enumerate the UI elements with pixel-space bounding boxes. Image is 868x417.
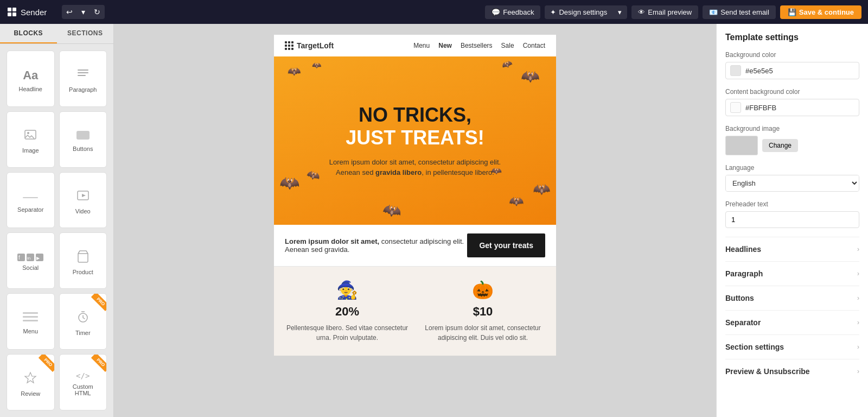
block-paragraph[interactable]: Paragraph <box>59 50 107 107</box>
section-preview-unsubscribe[interactable]: Preview & Unsubscribe › <box>725 359 859 383</box>
svg-rect-4 <box>78 70 88 71</box>
svg-rect-2 <box>8 12 11 16</box>
design-settings-button[interactable]: ✦ Design settings <box>545 5 612 19</box>
email-nav: TargetLoft Menu New Bestsellers Sale Con… <box>274 35 556 56</box>
block-video[interactable]: Video <box>59 172 107 229</box>
app-logo: Sender <box>7 7 47 17</box>
menu-icon <box>23 312 38 325</box>
block-buttons[interactable]: Buttons <box>59 111 107 168</box>
design-settings-group: ✦ Design settings ▾ <box>545 5 627 19</box>
social-icon: f in ▶ <box>17 254 43 261</box>
tab-sections[interactable]: SECTIONS <box>57 24 114 43</box>
section-separator[interactable]: Separator › <box>725 310 859 334</box>
bat-6: 🦇 <box>305 167 321 183</box>
hero-line2: JUST TREATS! <box>346 127 484 149</box>
send-test-button[interactable]: 📧 Send test email <box>703 5 776 19</box>
cta-text: Lorem ipsum dolor sit amet, consectetur … <box>285 237 467 254</box>
preheader-input[interactable] <box>725 211 859 228</box>
block-timer[interactable]: PRO Timer <box>59 293 107 350</box>
block-social-label: Social <box>22 264 39 271</box>
block-paragraph-label: Paragraph <box>69 86 97 93</box>
content-bg-color-label: Content background color <box>725 88 859 96</box>
svg-rect-9 <box>76 131 90 140</box>
product-1: 🧙 20% Pellentesque libero. Sed vitae con… <box>285 280 410 343</box>
block-review[interactable]: PRO Review <box>7 354 55 410</box>
email-frame: TargetLoft Menu New Bestsellers Sale Con… <box>274 35 556 406</box>
block-review-label: Review <box>21 390 40 397</box>
block-product-label: Product <box>73 269 93 275</box>
content-bg-color-swatch <box>730 102 741 113</box>
cta-button[interactable]: Get your treats <box>467 233 545 257</box>
save-icon: 💾 <box>788 8 796 16</box>
svg-text:in: in <box>27 256 30 261</box>
content-bg-color-input-row[interactable]: #FBFBFB <box>725 99 859 116</box>
bat-10: 🦇 <box>381 200 403 221</box>
bg-color-input-row[interactable]: #e5e5e5 <box>725 62 859 79</box>
section-buttons[interactable]: Buttons › <box>725 286 859 310</box>
section-buttons-label: Buttons <box>725 294 754 302</box>
eye-icon: 👁 <box>638 8 645 16</box>
section-headlines[interactable]: Headlines › <box>725 237 859 261</box>
block-custom-html-label: Custom HTML <box>64 383 103 396</box>
section-paragraph[interactable]: Paragraph › <box>725 261 859 286</box>
block-headline[interactable]: Aa Headline <box>7 50 55 107</box>
email-hero: 🦇 🦇 🦇 🦇 🦇 🦇 🦇 🦇 🦇 🦇 NO TRICKS, JUST TREA… <box>274 56 556 225</box>
block-image[interactable]: Image <box>7 111 55 168</box>
block-menu[interactable]: Menu <box>7 293 55 350</box>
svg-point-8 <box>27 132 29 134</box>
svg-rect-1 <box>12 8 16 11</box>
block-social[interactable]: f in ▶ Social <box>7 232 55 289</box>
block-custom-html[interactable]: PRO </> Custom HTML <box>59 354 107 410</box>
svg-rect-22 <box>23 320 38 321</box>
svg-rect-20 <box>23 312 38 314</box>
video-icon <box>76 189 90 205</box>
undo-button[interactable]: ↩ <box>62 5 77 19</box>
section-preview-unsubscribe-label: Preview & Unsubscribe <box>725 367 810 376</box>
section-headlines-arrow: › <box>857 245 859 253</box>
hero-line1: NO TRICKS, <box>346 104 484 127</box>
save-continue-button[interactable]: 💾 Save & continue <box>780 5 861 19</box>
buttons-icon <box>76 130 90 142</box>
block-menu-label: Menu <box>23 328 38 334</box>
bg-image-label: Background image <box>725 125 859 132</box>
block-separator[interactable]: Separator <box>7 172 55 229</box>
nav-link-sale: Sale <box>501 42 514 49</box>
nav-link-menu: Menu <box>413 42 430 49</box>
language-select-row: English Spanish French German <box>725 175 859 192</box>
undo-dropdown-button[interactable]: ▾ <box>77 5 90 19</box>
block-product[interactable]: Product <box>59 232 107 289</box>
blocks-grid: Aa Headline Paragraph Image <box>0 44 113 417</box>
hero-title: NO TRICKS, JUST TREATS! <box>346 104 484 149</box>
bg-image-group: Background image Change <box>725 125 859 155</box>
section-headlines-label: Headlines <box>725 245 761 254</box>
bg-image-change-button[interactable]: Change <box>762 139 798 152</box>
feedback-icon: 💬 <box>492 8 500 16</box>
preheader-label: Preheader text <box>725 200 859 208</box>
section-section-settings[interactable]: Section settings › <box>725 334 859 359</box>
redo-button[interactable]: ↻ <box>90 5 105 19</box>
svg-rect-10 <box>23 197 38 198</box>
language-select[interactable]: English Spanish French German <box>726 175 859 191</box>
bat-4: 🦇 <box>500 58 514 71</box>
feedback-button[interactable]: 💬 Feedback <box>485 5 540 19</box>
product-2-desc: Lorem ipsum dolor sit amet, consectetur … <box>420 323 545 343</box>
svg-rect-21 <box>23 316 38 318</box>
section-section-settings-arrow: › <box>857 343 859 351</box>
section-paragraph-label: Paragraph <box>725 269 763 278</box>
block-headline-label: Headline <box>19 86 42 92</box>
nav-link-bestsellers: Bestsellers <box>461 42 493 49</box>
tab-blocks[interactable]: BLOCKS <box>0 24 57 43</box>
nav-link-new: New <box>438 42 452 49</box>
bat-1: 🦇 <box>288 65 301 78</box>
email-preview-button[interactable]: 👁 Email preview <box>631 5 698 19</box>
email-cta-section: Lorem ipsum dolor sit amet, consectetur … <box>274 225 556 267</box>
block-image-label: Image <box>22 147 39 154</box>
design-settings-dropdown[interactable]: ▾ <box>612 5 627 19</box>
product-2-icon: 🎃 <box>420 280 545 300</box>
bg-image-preview <box>725 136 758 155</box>
language-label: Language <box>725 164 859 172</box>
preheader-group: Preheader text <box>725 200 859 228</box>
bg-color-value: #e5e5e5 <box>745 67 773 75</box>
svg-rect-3 <box>12 12 16 16</box>
bat-2: 🦇 <box>312 61 321 70</box>
